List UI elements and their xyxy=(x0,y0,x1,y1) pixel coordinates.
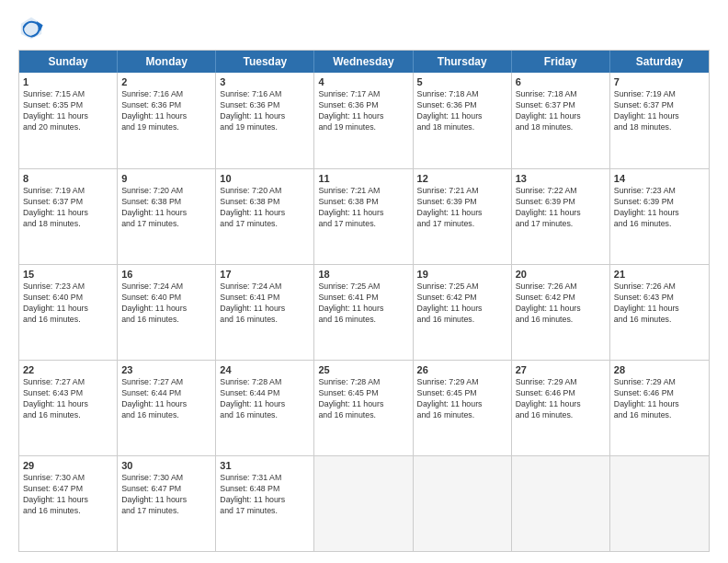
day-info: Sunrise: 7:16 AM Sunset: 6:36 PM Dayligh… xyxy=(220,89,310,133)
calendar-cell: 20Sunrise: 7:26 AM Sunset: 6:42 PM Dayli… xyxy=(512,265,610,360)
weekday-header: Tuesday xyxy=(216,51,314,73)
day-number: 23 xyxy=(121,363,211,376)
calendar-row: 8Sunrise: 7:19 AM Sunset: 6:37 PM Daylig… xyxy=(19,168,709,264)
day-number: 30 xyxy=(121,459,211,472)
calendar-cell: 21Sunrise: 7:26 AM Sunset: 6:43 PM Dayli… xyxy=(610,265,709,360)
calendar-cell: 17Sunrise: 7:24 AM Sunset: 6:41 PM Dayli… xyxy=(216,265,314,360)
day-number: 25 xyxy=(318,363,408,376)
day-number: 3 xyxy=(220,75,310,88)
calendar-row: 29Sunrise: 7:30 AM Sunset: 6:47 PM Dayli… xyxy=(19,455,709,551)
day-number: 18 xyxy=(318,268,408,281)
calendar-cell xyxy=(314,456,413,551)
calendar-cell: 22Sunrise: 7:27 AM Sunset: 6:43 PM Dayli… xyxy=(19,361,118,455)
calendar-cell: 25Sunrise: 7:28 AM Sunset: 6:45 PM Dayli… xyxy=(314,361,413,455)
logo xyxy=(18,15,48,40)
day-number: 22 xyxy=(23,363,113,376)
calendar-body: 1Sunrise: 7:15 AM Sunset: 6:35 PM Daylig… xyxy=(19,73,709,551)
day-info: Sunrise: 7:21 AM Sunset: 6:39 PM Dayligh… xyxy=(417,186,507,230)
day-number: 11 xyxy=(318,172,408,185)
calendar-row: 22Sunrise: 7:27 AM Sunset: 6:43 PM Dayli… xyxy=(19,360,709,455)
day-number: 20 xyxy=(516,268,606,281)
day-info: Sunrise: 7:30 AM Sunset: 6:47 PM Dayligh… xyxy=(23,473,113,517)
day-number: 7 xyxy=(614,75,705,88)
day-number: 12 xyxy=(417,172,507,185)
day-info: Sunrise: 7:15 AM Sunset: 6:35 PM Dayligh… xyxy=(23,89,113,133)
day-number: 17 xyxy=(220,268,310,281)
calendar-cell: 4Sunrise: 7:17 AM Sunset: 6:36 PM Daylig… xyxy=(314,73,413,168)
day-number: 28 xyxy=(614,363,705,376)
day-info: Sunrise: 7:19 AM Sunset: 6:37 PM Dayligh… xyxy=(23,186,113,230)
calendar-cell: 29Sunrise: 7:30 AM Sunset: 6:47 PM Dayli… xyxy=(19,456,118,551)
weekday-header: Wednesday xyxy=(314,51,413,73)
day-info: Sunrise: 7:29 AM Sunset: 6:46 PM Dayligh… xyxy=(614,377,705,421)
calendar-row: 1Sunrise: 7:15 AM Sunset: 6:35 PM Daylig… xyxy=(19,73,709,168)
day-number: 9 xyxy=(121,172,211,185)
weekday-header: Monday xyxy=(118,51,216,73)
calendar-cell: 7Sunrise: 7:19 AM Sunset: 6:37 PM Daylig… xyxy=(610,73,709,168)
day-number: 6 xyxy=(516,75,606,88)
calendar-cell: 12Sunrise: 7:21 AM Sunset: 6:39 PM Dayli… xyxy=(414,169,512,264)
day-number: 4 xyxy=(318,75,408,88)
calendar-cell: 14Sunrise: 7:23 AM Sunset: 6:39 PM Dayli… xyxy=(610,169,709,264)
day-info: Sunrise: 7:25 AM Sunset: 6:41 PM Dayligh… xyxy=(318,282,408,326)
day-info: Sunrise: 7:17 AM Sunset: 6:36 PM Dayligh… xyxy=(318,89,408,133)
page: SundayMondayTuesdayWednesdayThursdayFrid… xyxy=(0,0,728,563)
day-number: 13 xyxy=(516,172,606,185)
day-number: 16 xyxy=(121,268,211,281)
calendar-cell: 8Sunrise: 7:19 AM Sunset: 6:37 PM Daylig… xyxy=(19,169,118,264)
day-info: Sunrise: 7:19 AM Sunset: 6:37 PM Dayligh… xyxy=(614,89,705,133)
day-number: 26 xyxy=(417,363,507,376)
day-info: Sunrise: 7:25 AM Sunset: 6:42 PM Dayligh… xyxy=(417,282,507,326)
day-number: 21 xyxy=(614,268,705,281)
day-number: 14 xyxy=(614,172,705,185)
calendar-cell: 9Sunrise: 7:20 AM Sunset: 6:38 PM Daylig… xyxy=(118,169,216,264)
calendar-cell: 27Sunrise: 7:29 AM Sunset: 6:46 PM Dayli… xyxy=(512,361,610,455)
weekday-header: Saturday xyxy=(610,51,709,73)
calendar-cell xyxy=(610,456,709,551)
day-number: 10 xyxy=(220,172,310,185)
calendar-cell: 24Sunrise: 7:28 AM Sunset: 6:44 PM Dayli… xyxy=(216,361,314,455)
day-info: Sunrise: 7:20 AM Sunset: 6:38 PM Dayligh… xyxy=(121,186,211,230)
day-info: Sunrise: 7:29 AM Sunset: 6:45 PM Dayligh… xyxy=(417,377,507,421)
day-number: 8 xyxy=(23,172,113,185)
day-info: Sunrise: 7:16 AM Sunset: 6:36 PM Dayligh… xyxy=(121,89,211,133)
day-info: Sunrise: 7:20 AM Sunset: 6:38 PM Dayligh… xyxy=(220,186,310,230)
day-number: 31 xyxy=(220,459,310,472)
day-number: 5 xyxy=(417,75,507,88)
day-number: 15 xyxy=(23,268,113,281)
day-info: Sunrise: 7:27 AM Sunset: 6:44 PM Dayligh… xyxy=(121,377,211,421)
calendar-cell: 2Sunrise: 7:16 AM Sunset: 6:36 PM Daylig… xyxy=(118,73,216,168)
calendar-row: 15Sunrise: 7:23 AM Sunset: 6:40 PM Dayli… xyxy=(19,264,709,360)
day-number: 27 xyxy=(516,363,606,376)
calendar-cell: 10Sunrise: 7:20 AM Sunset: 6:38 PM Dayli… xyxy=(216,169,314,264)
calendar-cell xyxy=(414,456,512,551)
weekday-header: Friday xyxy=(512,51,610,73)
calendar-cell: 3Sunrise: 7:16 AM Sunset: 6:36 PM Daylig… xyxy=(216,73,314,168)
day-info: Sunrise: 7:31 AM Sunset: 6:48 PM Dayligh… xyxy=(220,473,310,517)
day-number: 19 xyxy=(417,268,507,281)
weekday-header: Sunday xyxy=(19,51,118,73)
calendar-cell: 28Sunrise: 7:29 AM Sunset: 6:46 PM Dayli… xyxy=(610,361,709,455)
day-number: 1 xyxy=(23,75,113,88)
day-info: Sunrise: 7:24 AM Sunset: 6:41 PM Dayligh… xyxy=(220,282,310,326)
day-info: Sunrise: 7:23 AM Sunset: 6:39 PM Dayligh… xyxy=(614,186,705,230)
calendar-cell: 11Sunrise: 7:21 AM Sunset: 6:38 PM Dayli… xyxy=(314,169,413,264)
calendar-header: SundayMondayTuesdayWednesdayThursdayFrid… xyxy=(19,51,709,73)
calendar: SundayMondayTuesdayWednesdayThursdayFrid… xyxy=(18,50,710,552)
day-info: Sunrise: 7:23 AM Sunset: 6:40 PM Dayligh… xyxy=(23,282,113,326)
calendar-cell: 18Sunrise: 7:25 AM Sunset: 6:41 PM Dayli… xyxy=(314,265,413,360)
calendar-cell xyxy=(512,456,610,551)
calendar-cell: 30Sunrise: 7:30 AM Sunset: 6:47 PM Dayli… xyxy=(118,456,216,551)
day-number: 29 xyxy=(23,459,113,472)
day-info: Sunrise: 7:18 AM Sunset: 6:36 PM Dayligh… xyxy=(417,89,507,133)
calendar-cell: 31Sunrise: 7:31 AM Sunset: 6:48 PM Dayli… xyxy=(216,456,314,551)
day-info: Sunrise: 7:30 AM Sunset: 6:47 PM Dayligh… xyxy=(121,473,211,517)
logo-icon xyxy=(18,15,44,40)
day-info: Sunrise: 7:28 AM Sunset: 6:44 PM Dayligh… xyxy=(220,377,310,421)
day-info: Sunrise: 7:22 AM Sunset: 6:39 PM Dayligh… xyxy=(516,186,606,230)
day-info: Sunrise: 7:26 AM Sunset: 6:43 PM Dayligh… xyxy=(614,282,705,326)
calendar-cell: 19Sunrise: 7:25 AM Sunset: 6:42 PM Dayli… xyxy=(414,265,512,360)
weekday-header: Thursday xyxy=(414,51,512,73)
calendar-cell: 13Sunrise: 7:22 AM Sunset: 6:39 PM Dayli… xyxy=(512,169,610,264)
day-info: Sunrise: 7:18 AM Sunset: 6:37 PM Dayligh… xyxy=(516,89,606,133)
